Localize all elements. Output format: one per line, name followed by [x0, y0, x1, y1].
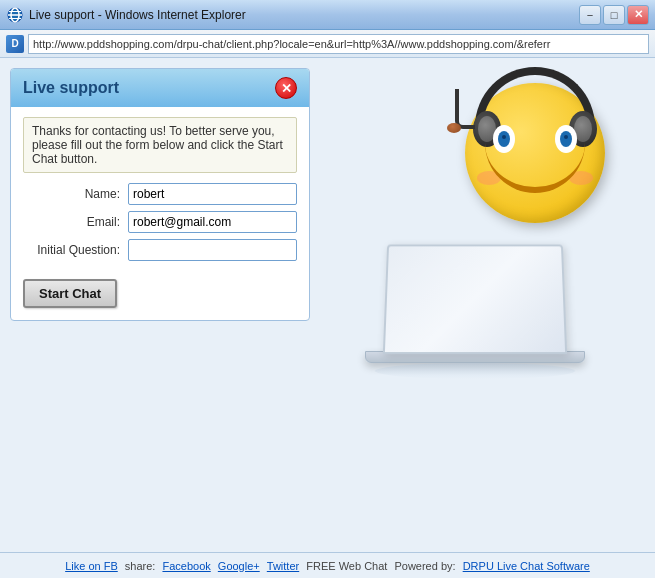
email-input[interactable]: [128, 211, 297, 233]
info-text: Thanks for contacting us! To better serv…: [23, 117, 297, 173]
footer: Like on FB share: Facebook Google+ Twitt…: [0, 552, 655, 578]
question-input[interactable]: [128, 239, 297, 261]
emoji-body: [465, 83, 605, 223]
window-content: Live support ✕ Thanks for contacting us!…: [0, 58, 655, 552]
free-web-chat-label: FREE Web Chat: [306, 560, 387, 572]
share-label: [120, 560, 123, 572]
security-icon: D: [6, 35, 24, 53]
like-on-fb-link[interactable]: Like on FB: [65, 560, 118, 572]
question-label: Initial Question:: [23, 243, 128, 257]
support-panel: Live support ✕ Thanks for contacting us!…: [10, 68, 310, 321]
powered-by-label: Powered by:: [394, 560, 455, 572]
window-title: Live support - Windows Internet Explorer: [29, 8, 579, 22]
panel-close-button[interactable]: ✕: [275, 77, 297, 99]
facebook-link[interactable]: Facebook: [162, 560, 210, 572]
question-row: Initial Question:: [23, 239, 297, 261]
name-input[interactable]: [128, 183, 297, 205]
support-title: Live support: [23, 79, 119, 97]
url-input[interactable]: [28, 34, 649, 54]
laptop-reflection: [375, 363, 575, 379]
laptop-screen: [383, 244, 567, 354]
mascot-area: [345, 63, 645, 463]
email-row: Email:: [23, 211, 297, 233]
mascot-emoji: [465, 83, 625, 243]
email-label: Email:: [23, 215, 128, 229]
minimize-button[interactable]: −: [579, 5, 601, 25]
restore-button[interactable]: □: [603, 5, 625, 25]
title-bar: Live support - Windows Internet Explorer…: [0, 0, 655, 30]
googleplus-link[interactable]: Google+: [218, 560, 260, 572]
ie-icon: [6, 6, 24, 24]
headphone-band: [475, 67, 595, 127]
support-body: Thanks for contacting us! To better serv…: [11, 107, 309, 320]
twitter-link[interactable]: Twitter: [267, 560, 299, 572]
share-text: share:: [125, 560, 156, 572]
laptop-illustration: [365, 243, 585, 383]
address-bar: D: [0, 30, 655, 58]
name-label: Name:: [23, 187, 128, 201]
window-close-button[interactable]: ✕: [627, 5, 649, 25]
emoji-smile: [485, 143, 585, 193]
start-chat-button[interactable]: Start Chat: [23, 279, 117, 308]
drpu-link[interactable]: DRPU Live Chat Software: [463, 560, 590, 572]
window-controls: − □ ✕: [579, 5, 649, 25]
mic-head: [447, 123, 461, 133]
footer-spacer: [157, 560, 160, 572]
name-row: Name:: [23, 183, 297, 205]
support-header: Live support ✕: [11, 69, 309, 107]
